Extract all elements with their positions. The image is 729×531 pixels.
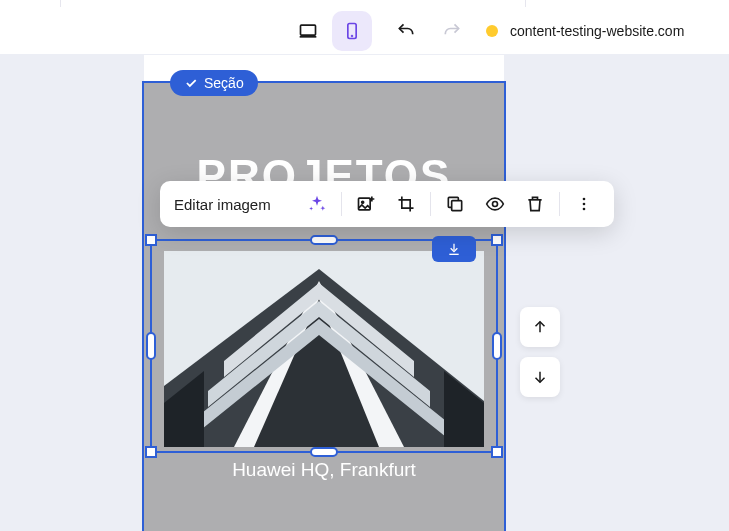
- section-badge[interactable]: Seção: [170, 70, 258, 96]
- svg-point-18: [583, 208, 586, 211]
- svg-point-13: [362, 201, 364, 203]
- svg-point-15: [493, 202, 498, 207]
- svg-rect-0: [301, 25, 316, 35]
- image-selection-outline[interactable]: [152, 241, 496, 451]
- more-vertical-icon: [574, 194, 594, 214]
- resize-handle-tl[interactable]: [145, 234, 157, 246]
- redo-button[interactable]: [434, 13, 470, 49]
- move-down-button[interactable]: [520, 357, 560, 397]
- check-icon: [184, 76, 198, 90]
- status-dot: [486, 25, 498, 37]
- undo-icon: [396, 21, 416, 41]
- copy-icon: [445, 194, 465, 214]
- window-tab-strip: [0, 0, 729, 7]
- eye-icon: [485, 194, 505, 214]
- move-up-button[interactable]: [520, 307, 560, 347]
- mobile-view-button[interactable]: [332, 11, 372, 51]
- image-caption: Huawei HQ, Frankfurt: [144, 459, 504, 481]
- url-display: content-testing-website.com: [486, 23, 684, 39]
- svg-rect-14: [452, 201, 462, 211]
- device-switcher: [288, 11, 372, 51]
- toolbar-divider: [430, 192, 431, 216]
- toolbar-divider: [559, 192, 560, 216]
- resize-handle-top[interactable]: [310, 235, 338, 245]
- mobile-icon: [342, 21, 362, 41]
- duplicate-button[interactable]: [435, 184, 475, 224]
- arrow-up-icon: [531, 318, 549, 336]
- resize-handle-left[interactable]: [146, 332, 156, 360]
- section-frame[interactable]: Seção PROJETOS: [144, 83, 504, 531]
- trash-icon: [525, 194, 545, 214]
- history-controls: [388, 13, 470, 49]
- download-badge[interactable]: [432, 236, 476, 262]
- crop-button[interactable]: [386, 184, 426, 224]
- desktop-view-button[interactable]: [288, 11, 328, 51]
- edit-image-label[interactable]: Editar imagem: [170, 196, 275, 213]
- section-nav: [520, 307, 560, 397]
- download-icon: [446, 241, 462, 257]
- desktop-icon: [298, 21, 318, 41]
- resize-handle-br[interactable]: [491, 446, 503, 458]
- image-plus-icon: [356, 194, 376, 214]
- crop-icon: [396, 194, 416, 214]
- toolbar-divider: [341, 192, 342, 216]
- svg-point-2: [352, 35, 353, 36]
- resize-handle-tr[interactable]: [491, 234, 503, 246]
- section-badge-label: Seção: [204, 75, 244, 91]
- arrow-down-icon: [531, 368, 549, 386]
- visibility-button[interactable]: [475, 184, 515, 224]
- svg-point-17: [583, 203, 586, 206]
- mobile-canvas: Seção PROJETOS: [144, 55, 504, 531]
- resize-handle-bottom[interactable]: [310, 447, 338, 457]
- image-toolbar: Editar imagem: [160, 181, 614, 227]
- undo-button[interactable]: [388, 13, 424, 49]
- ai-enhance-button[interactable]: [297, 184, 337, 224]
- delete-button[interactable]: [515, 184, 555, 224]
- replace-image-button[interactable]: [346, 184, 386, 224]
- resize-handle-right[interactable]: [492, 332, 502, 360]
- redo-icon: [442, 21, 462, 41]
- svg-point-16: [583, 198, 586, 201]
- more-button[interactable]: [564, 184, 604, 224]
- resize-handle-bl[interactable]: [145, 446, 157, 458]
- site-url: content-testing-website.com: [510, 23, 684, 39]
- sparkle-icon: [307, 194, 327, 214]
- topbar: content-testing-website.com: [0, 7, 729, 55]
